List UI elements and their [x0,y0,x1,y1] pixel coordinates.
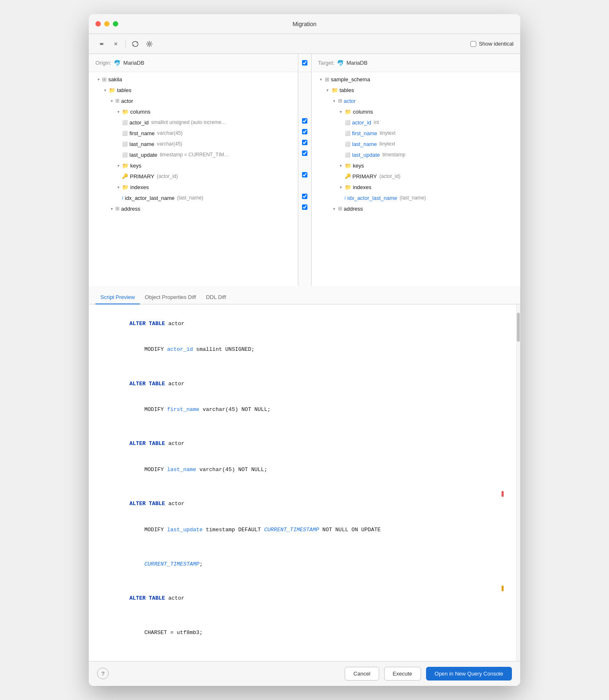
tree-item-actor[interactable]: ▾ ⊞ actor [89,95,298,106]
show-identical-checkbox[interactable] [470,41,476,47]
index-icon: i [345,196,346,200]
sql-line: MODIFY actor_id smallint UNSIGNED; [97,337,512,362]
tab-ddl-diff[interactable]: DDL Diff [201,291,231,304]
col-meta: tinytext [380,130,395,136]
address-checkbox[interactable] [302,204,307,210]
cb-row[interactable] [298,148,311,158]
cb-spacer [298,158,311,169]
primary-checkbox[interactable] [302,172,307,177]
cb-spacer [298,180,311,191]
script-tabs: Script Preview Object Properties Diff DD… [89,286,520,304]
toolbar-separator [125,40,126,48]
list-item[interactable]: ⬜ last_update timestamp [312,149,521,160]
sql-italic: CURRENT_TIMESTAMP [144,561,200,567]
right-tree: ▾ ⊞ sample_schema ▾ 📁 tables ▾ ⊞ actor [312,72,521,216]
diff-marker-red [502,491,504,497]
cb-row[interactable] [298,191,311,202]
folder-icon: 📁 [122,163,129,169]
sql-line: MODIFY last_update timestamp DEFAULT CUR… [97,517,512,552]
script-content[interactable]: ALTER TABLE actor MODIFY actor_id smalli… [89,304,520,661]
tree-item-indexes[interactable]: ▾ 📁 indexes [89,182,298,192]
list-item[interactable]: 🔑 PRIMARY (actor_id) [89,171,298,182]
list-item[interactable]: ⬜ actor_id int [312,117,521,128]
show-identical-label[interactable]: Show identical [470,41,514,47]
tree-item-sample-schema[interactable]: ▾ ⊞ sample_schema [312,74,521,85]
sync-button[interactable] [129,38,141,50]
tree-item-address-right[interactable]: ▾ ⊞ address [312,203,521,214]
folder-label: columns [353,109,373,115]
tree-item-keys[interactable]: ▾ 📁 keys [89,160,298,171]
last-update-checkbox[interactable] [302,151,307,156]
schema-icon: ⊞ [102,76,107,83]
list-item[interactable]: ⬜ last_name varchar(45) [89,139,298,149]
tab-object-properties-diff[interactable]: Object Properties Diff [140,291,201,304]
tree-item-tables-right[interactable]: ▾ 📁 tables [312,85,521,95]
table-label: actor [344,98,356,104]
cb-row[interactable] [298,137,311,148]
identifier: first_name [167,406,200,413]
help-button[interactable]: ? [97,668,109,679]
sql-text: smallint UNSIGNED; [193,346,254,352]
cb-row[interactable] [298,202,311,212]
sql-text: actor [165,381,185,387]
first-name-checkbox[interactable] [302,129,307,134]
cb-row[interactable] [298,115,311,126]
tree-item-columns[interactable]: ▾ 📁 columns [89,106,298,117]
list-item[interactable]: ⬜ last_name tinytext [312,139,521,149]
sql-text: actor [165,595,185,601]
cb-row[interactable] [298,126,311,137]
collapse-button[interactable]: ✕ [110,38,122,50]
tree-item-indexes-right[interactable]: ▾ 📁 indexes [312,182,521,192]
svg-point-0 [149,43,151,45]
folder-label: indexes [353,184,372,190]
list-item[interactable]: 🔑 PRIMARY (actor_id) [312,171,521,182]
sql-italic: CURRENT_TIMESTAMP [264,527,319,533]
tree-item-tables[interactable]: ▾ 📁 tables [89,85,298,95]
tree-item-columns-right[interactable]: ▾ 📁 columns [312,106,521,117]
column-icon: ⬜ [345,131,351,136]
table-icon: ⊞ [338,98,342,104]
identifier: actor_id [167,346,193,352]
list-item[interactable]: ⬜ actor_id smallint unsigned (auto incre… [89,117,298,128]
tree-item-keys-right[interactable]: ▾ 📁 keys [312,160,521,171]
open-console-button[interactable]: Open in New Query Console [426,667,512,681]
sql-text: MODIFY [144,467,167,473]
idx-checkbox[interactable] [302,194,307,199]
maximize-button[interactable] [113,21,118,27]
index-meta: (last_name) [400,195,426,201]
tab-script-preview[interactable]: Script Preview [95,291,140,304]
minimize-button[interactable] [104,21,110,27]
sql-text: MODIFY [144,346,167,352]
tree-item-sakila[interactable]: ▾ ⊞ sakila [89,74,298,85]
list-item[interactable]: i idx_actor_last_name (last_name) [312,192,521,203]
settings-button[interactable] [143,38,156,50]
scrollbar[interactable] [516,304,520,661]
chevron-icon: ▾ [338,184,344,190]
expand-button[interactable] [95,38,108,50]
list-item[interactable]: i idx_actor_last_name (last_name) [89,192,298,203]
cb-row[interactable] [298,169,311,180]
list-item[interactable]: ⬜ first_name tinytext [312,128,521,139]
header-checkbox[interactable] [302,60,307,66]
execute-button[interactable]: Execute [384,667,421,681]
keyword: ALTER TABLE [129,381,165,387]
table-icon: ⊞ [115,206,119,211]
origin-db-icon: 🐬 [114,60,121,66]
chevron-icon: ▾ [115,163,121,168]
list-item[interactable]: ⬜ last_update timestamp = CURRENT_TIM… [89,149,298,160]
col-label: actor_id [352,119,371,126]
cb-spacer [298,83,311,94]
cancel-button[interactable]: Cancel [345,667,379,681]
actor-id-checkbox[interactable] [302,118,307,124]
list-item[interactable]: ⬜ first_name varchar(45) [89,128,298,139]
scrollbar-thumb[interactable] [517,313,520,342]
window-title: Migration [292,21,317,27]
tree-item-address[interactable]: ▾ ⊞ address [89,203,298,214]
chevron-icon: ▾ [318,76,324,82]
close-button[interactable] [95,21,101,27]
sql-text: ; [200,561,203,567]
last-name-checkbox[interactable] [302,140,307,145]
tree-item-actor-right[interactable]: ▾ ⊞ actor [312,95,521,106]
sql-line: ALTER TABLE actor [97,311,512,337]
sql-line: ALTER TABLE actor [97,491,512,517]
